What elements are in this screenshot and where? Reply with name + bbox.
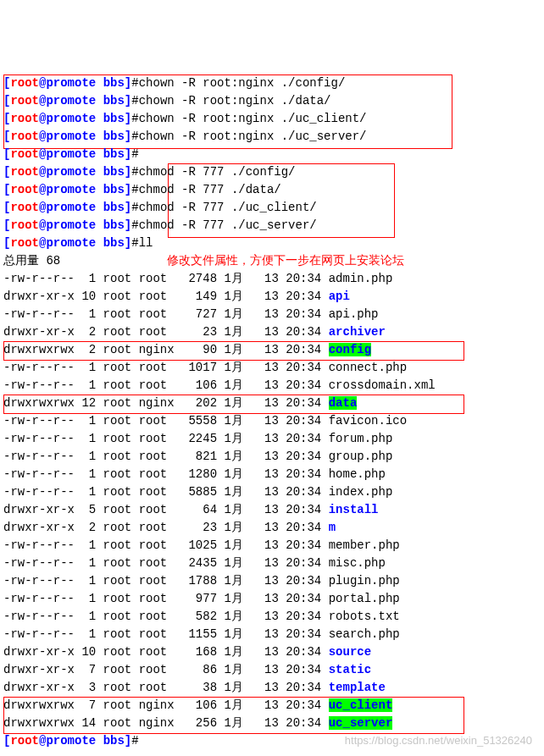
file-name: api bbox=[329, 290, 350, 303]
listing-row: drwxrwxrwx 7 root nginx 106 1月 13 20:34 … bbox=[3, 697, 541, 715]
listing-row: drwxrwxrwx 2 root nginx 90 1月 13 20:34 c… bbox=[3, 341, 541, 359]
command-text: chmod -R 777 ./uc_server/ bbox=[139, 218, 317, 232]
file-name: search.php bbox=[329, 627, 400, 641]
listing-row: drwxr-xr-x 10 root root 168 1月 13 20:34 … bbox=[3, 643, 541, 661]
empty-prompt: [root@promote bbs]# bbox=[3, 146, 541, 163]
chown-cmd-line: [root@promote bbs]#chown -R root:nginx .… bbox=[3, 128, 541, 146]
listing-row: -rw-r--r-- 1 root root 2435 1月 13 20:34 … bbox=[3, 555, 541, 572]
total-line: 总用量 68 修改文件属性，方便下一步在网页上安装论坛 bbox=[3, 252, 541, 270]
listing-row: -rw-r--r-- 1 root root 106 1月 13 20:34 c… bbox=[3, 377, 541, 395]
file-name: api.php bbox=[329, 307, 379, 321]
command-text: chmod -R 777 ./data/ bbox=[139, 183, 281, 196]
listing-row: drwxr-xr-x 2 root root 23 1月 13 20:34 m bbox=[3, 519, 541, 537]
chmod-cmd-line: [root@promote bbs]#chmod -R 777 ./config… bbox=[3, 163, 541, 181]
listing-row: -rw-r--r-- 1 root root 1017 1月 13 20:34 … bbox=[3, 359, 541, 377]
command-text: chmod -R 777 ./uc_client/ bbox=[139, 201, 317, 214]
listing-row: drwxrwxrwx 12 root nginx 202 1月 13 20:34… bbox=[3, 395, 541, 412]
listing-row: -rw-r--r-- 1 root root 5885 1月 13 20:34 … bbox=[3, 483, 541, 501]
watermark-text: https://blog.csdn.net/weixin_51326240 bbox=[345, 732, 532, 749]
file-name: uc_client bbox=[329, 698, 393, 712]
file-name: home.php bbox=[329, 467, 386, 481]
listing-row: -rw-r--r-- 1 root root 977 1月 13 20:34 p… bbox=[3, 590, 541, 608]
file-name: member.php bbox=[329, 538, 400, 552]
annotation-text: 修改文件属性，方便下一步在网页上安装论坛 bbox=[167, 254, 404, 268]
listing-row: -rw-r--r-- 1 root root 1155 1月 13 20:34 … bbox=[3, 626, 541, 643]
file-name: uc_server bbox=[329, 716, 393, 730]
listing-row: drwxr-xr-x 5 root root 64 1月 13 20:34 in… bbox=[3, 501, 541, 519]
listing-row: drwxr-xr-x 3 root root 38 1月 13 20:34 te… bbox=[3, 679, 541, 697]
listing-row: -rw-r--r-- 1 root root 2245 1月 13 20:34 … bbox=[3, 430, 541, 448]
file-name: static bbox=[329, 663, 371, 676]
chmod-cmd-line: [root@promote bbs]#chmod -R 777 ./uc_ser… bbox=[3, 217, 541, 235]
file-name: group.php bbox=[329, 450, 393, 463]
chmod-cmd-line: [root@promote bbs]#chmod -R 777 ./uc_cli… bbox=[3, 199, 541, 217]
listing-row: -rw-r--r-- 1 root root 727 1月 13 20:34 a… bbox=[3, 306, 541, 323]
file-name: index.php bbox=[329, 485, 393, 499]
command-text: chmod -R 777 ./config/ bbox=[139, 165, 296, 179]
listing-row: -rw-r--r-- 1 root root 821 1月 13 20:34 g… bbox=[3, 448, 541, 466]
file-name: archiver bbox=[329, 325, 386, 339]
file-name: favicon.ico bbox=[329, 414, 407, 428]
chown-cmd-line: [root@promote bbs]#chown -R root:nginx .… bbox=[3, 92, 541, 110]
file-name: misc.php bbox=[329, 556, 386, 570]
chown-cmd-line: [root@promote bbs]#chown -R root:nginx .… bbox=[3, 110, 541, 128]
chown-cmd-line: [root@promote bbs]#chown -R root:nginx .… bbox=[3, 74, 541, 92]
command-text: chown -R root:nginx ./config/ bbox=[139, 76, 346, 90]
file-name: source bbox=[329, 645, 371, 659]
listing-row: -rw-r--r-- 1 root root 5558 1月 13 20:34 … bbox=[3, 412, 541, 430]
file-name: install bbox=[329, 503, 379, 516]
ll-cmd-line: [root@promote bbs]#ll bbox=[3, 235, 541, 252]
command-text: chown -R root:nginx ./uc_server/ bbox=[139, 130, 367, 143]
cursor-prompt[interactable]: [root@promote bbs]#https://blog.csdn.net… bbox=[3, 732, 541, 750]
file-name: config bbox=[329, 343, 371, 356]
listing-row: drwxr-xr-x 2 root root 23 1月 13 20:34 ar… bbox=[3, 323, 541, 341]
listing-row: drwxr-xr-x 10 root root 149 1月 13 20:34 … bbox=[3, 288, 541, 306]
command-text: chown -R root:nginx ./data/ bbox=[139, 94, 331, 108]
listing-row: -rw-r--r-- 1 root root 1788 1月 13 20:34 … bbox=[3, 572, 541, 590]
file-name: portal.php bbox=[329, 592, 400, 605]
listing-row: -rw-r--r-- 1 root root 1280 1月 13 20:34 … bbox=[3, 466, 541, 483]
file-name: plugin.php bbox=[329, 574, 400, 588]
file-name: forum.php bbox=[329, 432, 393, 445]
file-name: m bbox=[329, 521, 336, 534]
file-name: data bbox=[329, 396, 358, 410]
listing-row: -rw-r--r-- 1 root root 2748 1月 13 20:34 … bbox=[3, 270, 541, 288]
chmod-cmd-line: [root@promote bbs]#chmod -R 777 ./data/ bbox=[3, 181, 541, 199]
listing-row: drwxrwxrwx 14 root nginx 256 1月 13 20:34… bbox=[3, 715, 541, 732]
file-listing: -rw-r--r-- 1 root root 2748 1月 13 20:34 … bbox=[3, 270, 541, 732]
command-text: ll bbox=[139, 236, 153, 250]
file-name: crossdomain.xml bbox=[329, 378, 436, 392]
terminal-output: [root@promote bbs]#chown -R root:nginx .… bbox=[3, 74, 541, 750]
command-text: chown -R root:nginx ./uc_client/ bbox=[139, 112, 367, 125]
file-name: admin.php bbox=[329, 272, 393, 285]
listing-row: -rw-r--r-- 1 root root 582 1月 13 20:34 r… bbox=[3, 608, 541, 626]
listing-row: drwxr-xr-x 7 root root 86 1月 13 20:34 st… bbox=[3, 661, 541, 679]
file-name: robots.txt bbox=[329, 610, 400, 623]
listing-row: -rw-r--r-- 1 root root 1025 1月 13 20:34 … bbox=[3, 537, 541, 555]
file-name: connect.php bbox=[329, 361, 407, 374]
file-name: template bbox=[329, 681, 386, 694]
